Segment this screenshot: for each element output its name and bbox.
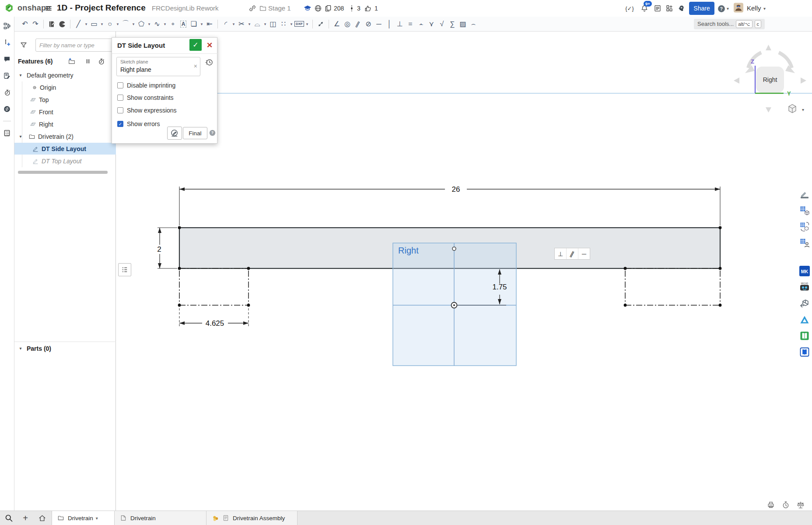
release-tasks-icon[interactable] [653, 4, 662, 13]
use-project-tool-icon[interactable]: ❏ [189, 18, 199, 30]
horizontal-tool-icon[interactable]: ─ [374, 18, 384, 30]
folder-breadcrumb[interactable]: Stage 1 [268, 4, 291, 12]
pierce-tool-icon[interactable]: ⋎ [426, 18, 437, 30]
share-button[interactable]: Share [689, 2, 714, 15]
user-name[interactable]: Kelly [747, 4, 761, 12]
horizontal-scrollbar[interactable] [18, 171, 108, 174]
coincident-tool-icon[interactable]: ∠ [332, 18, 342, 30]
timer-icon[interactable] [781, 500, 791, 510]
parallel-constraint-button[interactable]: ∥ [567, 248, 578, 259]
arc-dropdown-caret-icon[interactable]: ▾ [131, 22, 136, 26]
fillet-tool-icon[interactable]: ◜ [220, 18, 231, 30]
checkbox-icon[interactable]: ✓ [117, 121, 123, 127]
robot-app-icon[interactable]: MKCAD [798, 281, 811, 293]
chevron-down-icon[interactable]: ▾ [16, 134, 25, 139]
chevron-down-icon[interactable]: ▾ [16, 73, 25, 78]
rectangle-dropdown-caret-icon[interactable]: ▾ [99, 22, 105, 26]
grid-cube-sync-icon[interactable] [798, 221, 811, 233]
trim-dropdown-caret-icon[interactable]: ▾ [247, 22, 252, 26]
rotate-right-arrow[interactable] [801, 78, 806, 84]
versions-count-icon[interactable] [347, 4, 357, 13]
checkbox-icon[interactable] [117, 82, 123, 88]
help-caret-icon[interactable]: ▾ [727, 6, 729, 11]
render-tool-icon[interactable] [798, 188, 811, 201]
dim-2-value[interactable]: 2 [157, 245, 161, 254]
line-tool-icon[interactable]: ╱ [73, 18, 84, 30]
add-tab-button[interactable]: + [20, 513, 31, 523]
right-construction-geometry[interactable] [625, 268, 720, 305]
versions-icon[interactable] [2, 104, 12, 114]
horizontal-constraint-button[interactable]: ─ [578, 248, 590, 259]
clear-selection-icon[interactable]: × [194, 63, 197, 70]
dimension-26[interactable] [179, 187, 720, 226]
copy-link-icon[interactable] [248, 4, 257, 13]
filter-icon[interactable] [19, 40, 28, 50]
rollback-clock-icon[interactable] [96, 56, 106, 66]
graphics-canvas[interactable]: 26 2 [116, 32, 812, 511]
dialog-cancel-button[interactable]: ✕ [205, 40, 214, 50]
feature-row-origin[interactable]: Origin [14, 81, 116, 93]
feature-history-icon[interactable] [205, 58, 214, 67]
sketch-dimension-list-button[interactable] [118, 263, 131, 276]
circle-dropdown-caret-icon[interactable]: ▾ [115, 22, 120, 26]
spline-tool-icon[interactable]: ∿ [152, 18, 162, 30]
comment-icon[interactable] [2, 54, 12, 64]
stopwatch-icon[interactable] [2, 88, 12, 97]
grid-person-icon[interactable] [798, 237, 811, 249]
spline-dropdown-caret-icon[interactable]: ▾ [162, 22, 168, 26]
insert-nodes-icon[interactable] [2, 38, 12, 47]
apps-icon[interactable] [665, 4, 674, 13]
parallel-tool-icon[interactable]: ∥ [353, 18, 363, 30]
pattern-dropdown-caret-icon[interactable]: ▾ [289, 22, 294, 26]
tangent-tool-icon[interactable]: ⊘ [363, 18, 374, 30]
curvature-tool-icon[interactable]: ⌢ [468, 18, 479, 30]
feature-row-dt-side-layout[interactable]: DT Side Layout [14, 143, 116, 155]
export-dxf-dropdown-caret-icon[interactable]: ▾ [304, 22, 310, 26]
right-plane-label[interactable]: Right [398, 246, 419, 255]
checkbox-show-expressions[interactable]: Show expressions [117, 106, 177, 114]
sketch-mode-tool-icon[interactable] [46, 18, 57, 30]
home-icon[interactable] [37, 513, 47, 523]
mirror-tool-icon[interactable]: ◫ [268, 18, 278, 30]
copies-icon[interactable] [323, 4, 333, 13]
note-edit-icon[interactable] [2, 71, 12, 81]
perpendicular-tool-icon[interactable]: ⊥ [395, 18, 405, 30]
mk-app-icon[interactable]: MK [798, 265, 811, 277]
fillet-dropdown-caret-icon[interactable]: ▾ [231, 22, 236, 26]
user-avatar[interactable] [734, 3, 743, 12]
grid-cube-icon[interactable] [798, 204, 811, 217]
triangle-app-icon[interactable] [798, 314, 811, 326]
checkbox-disable-imprinting[interactable]: Disable imprinting [117, 81, 175, 89]
text-tool-icon[interactable]: A [178, 18, 189, 30]
tab-search-icon[interactable] [4, 513, 14, 523]
main-menu-icon[interactable] [44, 4, 53, 13]
featurescript-icon[interactable]: {✓} [625, 4, 634, 13]
chevron-down-icon[interactable]: ▾ [16, 346, 25, 351]
undo-tool-icon[interactable]: ↶ [20, 18, 30, 30]
green-book-icon[interactable] [798, 330, 811, 342]
distance-tool-icon[interactable]: ⇤ [204, 18, 215, 30]
feature-row-front-plane[interactable]: Front [14, 106, 116, 118]
trim-tool-icon[interactable]: ✂ [236, 18, 247, 30]
perpendicular-constraint-button[interactable]: ⊥ [555, 248, 567, 259]
offset-dropdown-caret-icon[interactable]: ▾ [262, 22, 268, 26]
document-title[interactable]: 1D - Project Reference [57, 3, 146, 13]
tasks-icon[interactable] [2, 128, 12, 138]
tab-drivetrain-folder[interactable]: Drivetrain ▾ [52, 511, 115, 525]
export-dxf-tool-icon[interactable]: DXF [294, 18, 304, 30]
tab-drivetrain-assembly[interactable]: Drivetrain Assembly [206, 511, 298, 525]
search-tools-button[interactable]: Search tools... alt/⌥ c [694, 19, 765, 29]
likes-icon[interactable] [363, 4, 373, 13]
print-icon[interactable] [766, 500, 776, 510]
dimension-tool-icon[interactable] [315, 18, 326, 30]
circle-tool-icon[interactable]: ○ [105, 18, 115, 30]
tab-menu-caret-icon[interactable]: ▾ [96, 516, 98, 521]
left-construction-geometry[interactable] [179, 268, 248, 305]
cube-export-icon[interactable] [798, 297, 811, 310]
midpoint-tool-icon[interactable]: -•- [416, 18, 426, 30]
dim-26-value[interactable]: 26 [452, 185, 460, 194]
final-button[interactable]: Final [183, 127, 207, 139]
line-dropdown-caret-icon[interactable]: ▾ [84, 22, 89, 26]
dim-175-value[interactable]: 1.75 [492, 283, 507, 291]
dialog-help-icon[interactable]: ? [209, 129, 217, 137]
